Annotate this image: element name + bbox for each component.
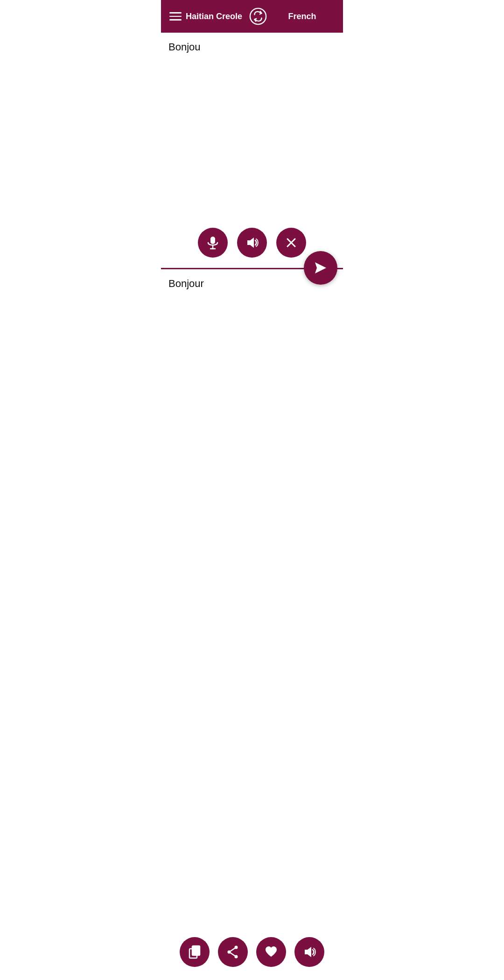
- target-language-label[interactable]: French: [270, 12, 335, 21]
- menu-icon: [169, 12, 182, 14]
- clear-button[interactable]: [276, 228, 306, 258]
- output-speaker-button[interactable]: [294, 937, 324, 967]
- svg-marker-4: [247, 238, 254, 248]
- output-text: Bonjour: [161, 269, 343, 929]
- share-button[interactable]: [218, 937, 248, 967]
- share-icon: [226, 945, 240, 959]
- speaker-icon: [245, 236, 259, 250]
- header: Haitian Creole French: [161, 0, 343, 33]
- input-speaker-button[interactable]: [237, 228, 267, 258]
- copy-icon: [188, 945, 202, 959]
- output-controls: [161, 929, 343, 980]
- svg-line-15: [231, 953, 235, 956]
- favorite-button[interactable]: [256, 937, 286, 967]
- output-speaker-icon: [302, 945, 316, 959]
- microphone-button[interactable]: [198, 228, 228, 258]
- send-button[interactable]: [304, 251, 337, 285]
- copy-button[interactable]: [180, 937, 210, 967]
- svg-rect-9: [192, 946, 200, 955]
- menu-icon: [169, 16, 182, 17]
- swap-icon: [249, 7, 267, 25]
- svg-line-14: [231, 948, 235, 951]
- svg-point-0: [250, 8, 266, 24]
- svg-rect-1: [210, 237, 215, 244]
- svg-marker-7: [315, 262, 326, 273]
- output-panel: Bonjour: [161, 269, 343, 980]
- input-text[interactable]: Bonjou: [161, 33, 343, 219]
- menu-icon: [169, 19, 182, 21]
- send-icon: [313, 260, 328, 275]
- source-language-label[interactable]: Haitian Creole: [182, 12, 246, 21]
- app-container: Haitian Creole French Bonjou: [161, 0, 343, 980]
- heart-icon: [264, 945, 278, 959]
- input-panel: Bonjou: [161, 33, 343, 269]
- svg-marker-16: [305, 947, 311, 957]
- clear-icon: [284, 236, 298, 250]
- swap-languages-button[interactable]: [246, 5, 270, 28]
- menu-button[interactable]: [169, 12, 182, 21]
- microphone-icon: [206, 236, 220, 250]
